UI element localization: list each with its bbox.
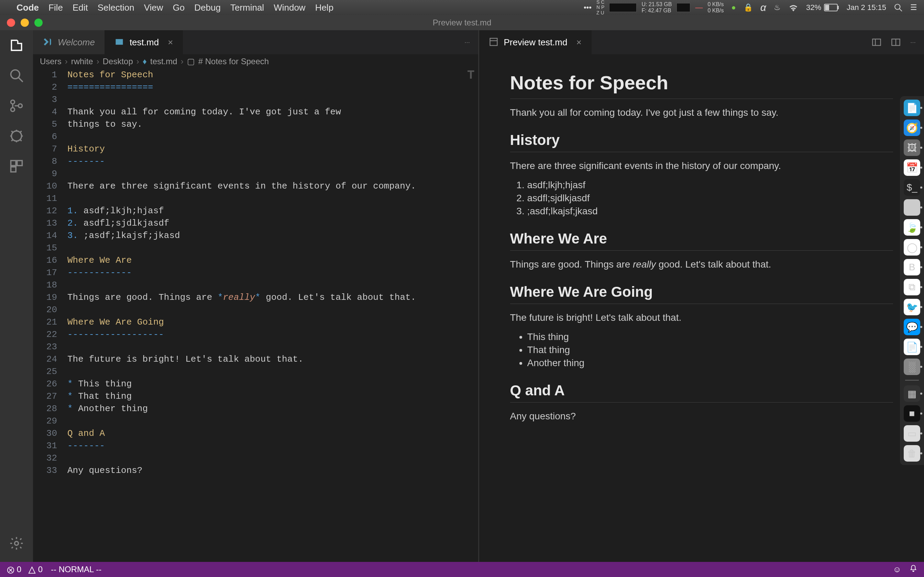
tab-welcome[interactable]: Welcome <box>33 30 105 54</box>
status-problems[interactable]: 0 0 <box>7 565 43 574</box>
menu-file[interactable]: File <box>48 2 63 13</box>
close-icon[interactable]: × <box>168 37 173 48</box>
tab-preview[interactable]: Preview test.md × <box>479 30 591 54</box>
dark-icon[interactable]: ■ <box>904 405 920 422</box>
breadcrumb-part[interactable]: Users <box>40 56 61 66</box>
close-icon[interactable]: × <box>576 37 581 48</box>
code-line[interactable] <box>67 452 471 464</box>
code-line[interactable] <box>67 242 471 254</box>
code-line[interactable] <box>67 341 471 353</box>
messages-icon[interactable]: 💬 <box>904 319 920 335</box>
breadcrumb-part[interactable]: # Notes for Speech <box>198 56 269 66</box>
breadcrumb-part[interactable]: Desktop <box>103 56 133 66</box>
code-line[interactable]: Where We Are Going <box>67 316 471 328</box>
lock-icon[interactable]: 🔒 <box>743 3 753 12</box>
menu-help[interactable]: Help <box>315 2 333 13</box>
b-icon[interactable]: B <box>904 259 920 276</box>
vscode-icon[interactable]: ⧉ <box>904 279 920 295</box>
split-editor-icon[interactable] <box>891 37 901 47</box>
code-line[interactable] <box>67 415 471 427</box>
activity-source-control[interactable] <box>8 98 25 114</box>
activity-debug[interactable] <box>8 128 25 144</box>
wifi-icon[interactable] <box>788 3 798 12</box>
breadcrumb-part[interactable]: rwhite <box>71 56 93 66</box>
leaf-icon[interactable]: 🍃 <box>904 219 920 235</box>
code-line[interactable]: There are three significant events in th… <box>67 180 471 192</box>
code-line[interactable]: ------------------ <box>67 328 471 341</box>
code-line[interactable]: The future is bright! Let's talk about t… <box>67 353 471 366</box>
menu-view[interactable]: View <box>144 2 163 13</box>
markdown-preview[interactable]: Notes for Speech Thank you all for comin… <box>479 54 924 562</box>
activity-extensions[interactable] <box>8 158 25 174</box>
code-line[interactable]: ------- <box>67 440 471 452</box>
code-line[interactable] <box>67 192 471 205</box>
maps-icon[interactable]: 🗺 <box>904 199 920 216</box>
breadcrumb[interactable]: Users › rwhite › Desktop › ♦ test.md › ▢… <box>33 54 478 69</box>
code-line[interactable] <box>67 279 471 291</box>
code-line[interactable]: 2. asdfl;sjdlkjasdf <box>67 217 471 229</box>
feedback-icon[interactable]: ☺ <box>893 565 901 574</box>
preview-icon[interactable]: 🖼 <box>904 139 920 156</box>
code-line[interactable]: Things are good. Things are *really* goo… <box>67 291 471 304</box>
script-a-icon[interactable]: α <box>760 2 766 13</box>
calendar-icon[interactable]: 📅 <box>904 160 920 176</box>
code-line[interactable]: Thank you all for coming today. I've got… <box>67 106 471 118</box>
safari-icon[interactable]: 🧭 <box>904 119 920 136</box>
menubar-datetime[interactable]: Jan 2 15:15 <box>846 3 886 12</box>
more-actions-icon[interactable]: ⋯ <box>464 39 470 46</box>
code-line[interactable]: History <box>67 143 471 155</box>
more-actions-icon[interactable]: ⋯ <box>910 39 916 46</box>
code-line[interactable]: 3. ;asdf;lkajsf;jkasd <box>67 229 471 242</box>
code-line[interactable] <box>67 93 471 106</box>
code-line[interactable] <box>67 304 471 316</box>
code-line[interactable]: Notes for Speech <box>67 69 471 81</box>
code-line[interactable]: Any questions? <box>67 464 471 477</box>
show-source-icon[interactable] <box>872 37 881 47</box>
status-dot-icon[interactable]: ● <box>732 3 736 12</box>
battery-icon[interactable] <box>824 4 839 11</box>
code-line[interactable] <box>67 168 471 180</box>
dots-icon[interactable]: ••• <box>584 3 591 12</box>
bird-icon[interactable]: 🐦 <box>904 299 920 315</box>
window-close-button[interactable] <box>7 19 15 27</box>
finder-icon[interactable]: 📄 <box>904 100 920 116</box>
code-content[interactable]: Notes for Speech================Thank yo… <box>67 69 478 562</box>
menu-window[interactable]: Window <box>274 2 305 13</box>
activity-search[interactable] <box>8 67 25 84</box>
code-line[interactable]: 1. asdf;lkjh;hjasf <box>67 205 471 217</box>
page-icon[interactable]: 📄 <box>904 338 920 355</box>
menubar-app-name[interactable]: Code <box>16 2 39 13</box>
code-line[interactable]: * This thing <box>67 378 471 390</box>
mission-icon[interactable]: ▦ <box>904 385 920 402</box>
code-line[interactable]: Where We Are <box>67 254 471 266</box>
window-maximize-button[interactable] <box>34 19 43 27</box>
circle-icon[interactable]: ◯ <box>904 239 920 256</box>
tab-testmd[interactable]: test.md × <box>105 30 183 54</box>
menu-edit[interactable]: Edit <box>73 2 88 13</box>
trash-icon[interactable]: 🗑 <box>904 445 920 462</box>
spotlight-icon[interactable] <box>894 3 903 12</box>
window-icon[interactable]: ▭ <box>904 425 920 442</box>
code-line[interactable]: * Another thing <box>67 403 471 415</box>
code-line[interactable]: * That thing <box>67 390 471 403</box>
flame-icon[interactable]: ♨ <box>774 3 781 12</box>
terminal-icon[interactable]: $_ <box>904 179 920 196</box>
menu-debug[interactable]: Debug <box>194 2 221 13</box>
code-editor[interactable]: 1234567891011121314151617181920212223242… <box>33 69 478 562</box>
code-line[interactable]: ------------ <box>67 266 471 279</box>
menu-terminal[interactable]: Terminal <box>230 2 264 13</box>
activity-settings-gear[interactable] <box>8 535 25 551</box>
bell-icon[interactable] <box>909 565 917 574</box>
code-line[interactable]: things to say. <box>67 118 471 131</box>
window-minimize-button[interactable] <box>21 19 29 27</box>
code-line[interactable]: ------- <box>67 155 471 168</box>
code-line[interactable]: Q and A <box>67 427 471 440</box>
control-center-icon[interactable]: ☰ <box>910 3 917 12</box>
pixel-icon[interactable]: ░ <box>904 359 920 375</box>
code-line[interactable] <box>67 131 471 143</box>
activity-explorer[interactable] <box>8 37 25 53</box>
menu-selection[interactable]: Selection <box>98 2 134 13</box>
menu-go[interactable]: Go <box>173 2 185 13</box>
code-line[interactable]: ================ <box>67 81 471 93</box>
breadcrumb-part[interactable]: test.md <box>150 56 178 66</box>
